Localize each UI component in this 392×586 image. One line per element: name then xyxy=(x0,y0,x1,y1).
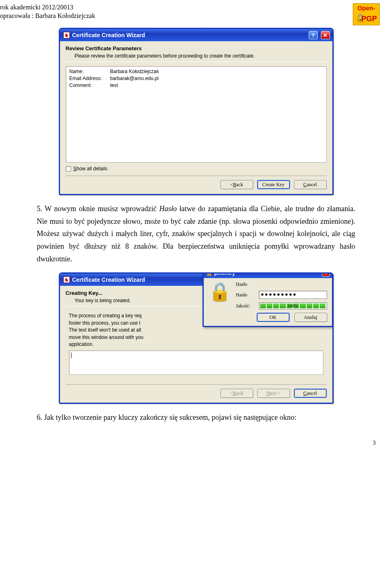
lock-large-icon: 🔒 xyxy=(209,281,231,310)
randomness-input[interactable] xyxy=(69,350,323,375)
review-value: barbarak@amu.edu.pl xyxy=(110,75,159,82)
close-button[interactable]: ✕ xyxy=(322,272,330,276)
show-all-label: Show all details xyxy=(74,166,107,172)
quality-meter: 100% xyxy=(259,302,327,310)
section-title: Review Certificate Parameters xyxy=(66,45,327,51)
pinentry-heading: Hasło xyxy=(236,281,327,287)
para6-text: Jak tylko tworzenie pary kluczy zakończy… xyxy=(44,413,296,421)
page-number: 3 xyxy=(0,431,392,446)
review-pane: Name:Barbara Kołodziejczak Email Address… xyxy=(66,66,327,163)
lock-icon: 🔒 xyxy=(206,272,212,276)
review-value: Barbara Kołodziejczak xyxy=(110,68,159,75)
header-text: rok akademicki 2012/20013 opracowała : B… xyxy=(0,3,95,20)
window-title: Certificate Creation Wizard xyxy=(72,32,145,38)
cancel-button[interactable]: Cancel xyxy=(294,180,327,189)
section-subtitle: Please review the certificate parameters… xyxy=(75,53,327,59)
quality-label: Jakość: xyxy=(236,303,256,309)
back-button[interactable]: < Back xyxy=(220,180,253,189)
para5-italic: Hasło xyxy=(159,205,177,213)
logo-pgp-text: PGP xyxy=(361,15,377,23)
page-header: rok akademicki 2012/20013 opracowała : B… xyxy=(0,0,392,25)
pinentry-titlebar[interactable]: 🔒 pinentry ✕ xyxy=(204,272,332,278)
header-line-1: rok akademicki 2012/20013 xyxy=(0,3,95,12)
ok-button[interactable]: OK xyxy=(257,313,290,322)
pinentry-title: pinentry xyxy=(214,272,235,276)
pinentry-dialog: 🔒 pinentry ✕ 🔒 Hasło Hasło ●●●●●●●●● xyxy=(203,272,333,327)
para-number: 6. xyxy=(37,413,42,421)
next-button: Next > xyxy=(257,389,290,398)
password-label: Hasło xyxy=(236,292,256,298)
titlebar[interactable]: ♞ Certificate Creation Wizard ? ✕ xyxy=(60,29,332,41)
app-icon: ♞ xyxy=(63,276,70,283)
close-button[interactable]: ✕ xyxy=(321,31,330,39)
review-label: Email Address: xyxy=(69,75,109,82)
back-button: < Back xyxy=(220,389,253,398)
window-title: Certificate Creation Wizard xyxy=(72,276,145,283)
help-button[interactable]: ? xyxy=(309,31,318,39)
create-key-button[interactable]: Create Key xyxy=(257,180,290,189)
show-all-details-row[interactable]: Show all details xyxy=(66,166,327,172)
instruction-paragraph-5: 5. W nowym oknie musisz wprowadzić Hasło… xyxy=(0,203,392,265)
para-number: 5. xyxy=(37,205,42,213)
cancel-button[interactable]: Cancel xyxy=(294,389,327,398)
cancel-button[interactable]: Anuluj xyxy=(294,313,327,322)
quality-value: 100% xyxy=(259,303,327,308)
app-icon: ♞ xyxy=(63,32,70,38)
para5-text-a: W nowym oknie musisz wprowadzić xyxy=(45,205,159,213)
show-all-checkbox[interactable] xyxy=(66,166,71,172)
review-row: Email Address:barbarak@amu.edu.pl xyxy=(69,75,323,82)
review-row: Name:Barbara Kołodziejczak xyxy=(69,68,323,75)
certificate-wizard-review-dialog: ♞ Certificate Creation Wizard ? ✕ Review… xyxy=(59,28,334,195)
review-value: test xyxy=(110,82,118,89)
certificate-wizard-creating-dialog: ♞ Certificate Creation Wizard ? ✕ Creati… xyxy=(59,272,334,404)
review-label: Name: xyxy=(69,68,109,75)
openpgp-logo: Open- 🔒 PGP xyxy=(353,3,380,25)
para5-text-b: łatwe do zapamiętania dla Ciebie, ale tr… xyxy=(37,205,355,263)
header-line-2: opracowała : Barbara Kołodziejczak xyxy=(0,12,95,20)
password-input[interactable]: ●●●●●●●●● xyxy=(259,291,327,299)
instruction-paragraph-6: 6. Jak tylko tworzenie pary kluczy zakoń… xyxy=(0,411,392,424)
review-row: Comment:test xyxy=(69,82,323,89)
review-label: Comment: xyxy=(69,82,109,89)
logo-open-text: Open- xyxy=(357,4,375,11)
